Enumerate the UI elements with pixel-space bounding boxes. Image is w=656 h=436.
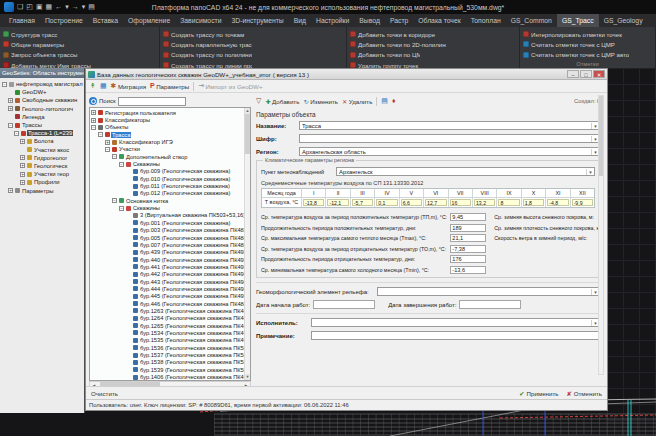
ribbon-tab[interactable]: GS_Common [506,14,557,27]
code-combobox[interactable]: ▾ [299,134,600,143]
tree-item[interactable]: + Профили [20,178,84,186]
filter-icon[interactable]: ▽ [256,97,261,105]
temperature-input[interactable]: 16 [450,199,471,206]
clear-button[interactable]: Очистить [91,390,118,397]
tree-item[interactable]: бур.1539 (Геологическая скважина ПК502+0… [126,366,244,373]
ribbon-tab[interactable]: 3D-инструменты [226,14,288,27]
search-input[interactable] [118,97,186,106]
tree-item[interactable]: бур.1535 (Геологическая скважина ПК499+0… [126,337,244,344]
tree-vertical-scrollbar[interactable]: ▲ ▼ [244,108,250,380]
temperature-input[interactable]: 0,1 [376,199,397,206]
expand-toggle-icon[interactable]: − [98,132,103,137]
tree-item[interactable]: − Участки [105,146,244,153]
ribbon-button[interactable]: Запрос объекта трассы [3,50,81,60]
tree-item[interactable]: бур.1536 (Геологическая скважина ПК501+1… [126,344,244,351]
geomorph-combobox[interactable]: ▾ [377,287,600,296]
temperature-input[interactable]: -12,1 [327,199,348,206]
temperature-input[interactable]: -5,7 [352,199,373,206]
expand-toggle-icon[interactable]: − [105,147,110,152]
ribbon-tab[interactable]: GS_Geology [599,14,648,27]
scrollbar-thumb[interactable] [599,96,603,176]
tree-item[interactable]: − нефтепровод магистрал [2,80,84,88]
ribbon-tab[interactable]: Облака точек [413,14,465,27]
ribbon-tab[interactable]: Главная [4,14,40,27]
temperature-input[interactable]: -4,8 [547,199,568,206]
ribbon-button[interactable]: Создать параллельную трассу [163,39,252,49]
minimize-button[interactable]: – [567,70,579,78]
date-end-input[interactable] [459,300,521,309]
expand-toggle-icon[interactable]: + [20,180,25,185]
ribbon-tab[interactable]: Вставка [88,14,123,27]
temperature-input[interactable]: 13,2 [474,199,495,206]
tree-item[interactable]: бур.445 (Геологическая скважина ПК495+88… [126,293,244,300]
tree-item[interactable]: бур.1537 (Геологическая скважина ПК501+1… [126,351,244,358]
temperature-input[interactable]: -13,8 [303,199,324,206]
tree-item[interactable]: + Регистрация пользователя [91,109,244,116]
tree-item[interactable]: + Гидрогеолог [20,154,84,162]
expand-toggle-icon[interactable]: + [20,172,25,177]
ribbon-tab[interactable]: Оформление [123,14,175,27]
temperature-input[interactable]: -9,9 [572,199,593,206]
tree-item[interactable]: бур.439 (Геологическая скважина ПК492+38… [126,249,244,256]
parameters-button[interactable]: PПараметры [150,82,189,90]
tree-item[interactable]: бур.1265 (Геологическая скважина ПК482+1… [126,322,244,329]
tree-item[interactable]: бур.1538 (Геологическая скважина ПК502+2… [126,359,244,366]
tree-item[interactable]: бур.1534 (Геологическая скважина ПК499+9… [126,329,244,336]
tree-item[interactable]: бур.1406 (Геологическая скважина ПК498+2… [126,373,244,380]
tree-item[interactable]: + Свободные скважин [8,96,84,104]
expand-toggle-icon[interactable]: + [91,118,96,123]
climate-value-input[interactable]: 9,45 [450,213,486,221]
tree-item[interactable]: бур.446 (Геологическая скважина ПК484+25… [126,300,244,307]
expand-toggle-icon[interactable]: − [14,131,19,136]
note-input[interactable] [311,331,600,340]
tree-item[interactable]: − Скважины [119,204,244,211]
ribbon-tab[interactable]: Вывод [354,14,385,27]
tree-item[interactable]: бур.443 (Геологическая скважина ПК494+56… [126,278,244,285]
tree-item[interactable]: бур.010 (Геологическая скважина) [126,175,244,182]
tree-item[interactable]: − Скважины [119,160,244,167]
ribbon-button[interactable]: Удалить группу точек [350,60,420,68]
ribbon-tab[interactable]: Настройки [311,14,354,27]
tree-item[interactable]: бур.001 (Геологическая скважина) [126,219,244,226]
add-button[interactable]: ✚Добавить [265,98,299,105]
ribbon-button[interactable]: Создать трассу по полилинии [163,50,252,60]
ribbon-tab[interactable]: Растр [385,14,413,27]
tree-item[interactable]: − Трасса-1 (L=239 [14,129,84,137]
ribbon-button[interactable]: Создать трассу по точкам [163,29,252,39]
ribbon-button[interactable]: Общие параметры [3,39,81,49]
scroll-down-icon[interactable]: ▼ [245,374,250,380]
tree-item[interactable]: + Классификатор ИГЭ [105,138,244,145]
tree-item[interactable]: − Трассы [8,121,84,129]
expand-toggle-icon[interactable]: + [8,98,13,103]
tree-item[interactable]: бур.442 (Геологическая скважина ПК494+25… [126,271,244,278]
expand-toggle-icon[interactable]: + [8,106,13,111]
tree-up-icon[interactable]: ↟ [90,82,96,90]
tree-item[interactable]: бур.1263 (Геологическая скважина ПК480+7… [126,307,244,314]
tree-item[interactable]: + Участки геор [20,170,84,178]
climate-value-input[interactable]: -13,6 [450,266,486,274]
table-icon[interactable]: ▦ [100,82,107,90]
expand-toggle-icon[interactable]: + [20,139,25,144]
ribbon-button[interactable]: Интерполировать отметки точек [523,29,629,39]
climate-value-input[interactable]: 176 [450,255,486,263]
date-start-input[interactable] [313,300,375,309]
tree-item[interactable]: − Объекты [91,124,244,131]
ribbon-tab[interactable]: GS_Трасс [557,14,599,27]
structure-icon[interactable]: ♦ [392,97,396,105]
expand-toggle-icon[interactable]: + [8,188,13,193]
tree-item[interactable]: + Параметры [8,186,84,194]
edit-button[interactable]: ↻Изменить [303,98,338,105]
tree-item[interactable]: бур.441 (Геологическая скважина ПК493+41… [126,263,244,270]
tree-item[interactable]: − Дополнительный створ [112,153,244,160]
tree-item[interactable]: Легенда [8,113,84,121]
cad-viewport[interactable]: GeoSeties: Область инструментов − нефтеп… [0,68,656,436]
ribbon-button[interactable]: Добавить точки по ЦМР [350,50,420,60]
expand-toggle-icon[interactable]: − [112,198,117,203]
tree-item[interactable]: 3 (Виртуальная скважина ПК503+53,16) [126,212,244,219]
tree-item[interactable]: Участки вкос [20,146,84,154]
export-icon[interactable]: ▤ [381,97,388,105]
ribbon-button[interactable]: Считать отметки точек с ЦМР авто [523,50,629,60]
climate-value-input[interactable]: -7,38 [450,245,486,253]
tree-item[interactable]: бур.003 (Геологическая скважина ПК483+82… [126,227,244,234]
ribbon-button[interactable]: Добавить точки в коридоре [350,29,446,39]
